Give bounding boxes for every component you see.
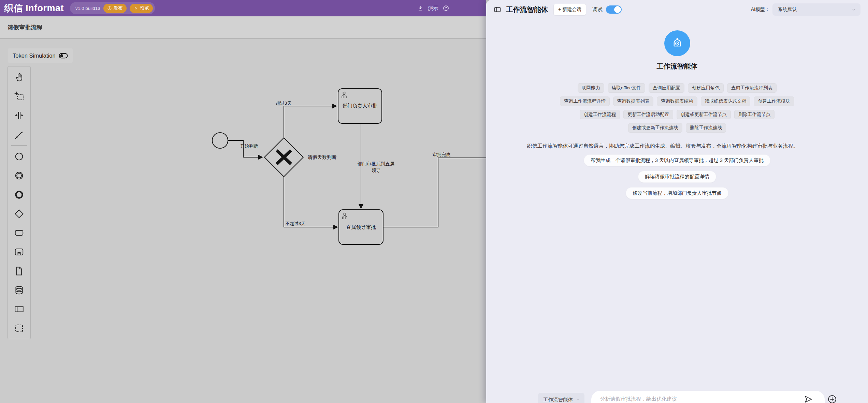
- flow-done[interactable]: [383, 158, 486, 227]
- edge-label-done[interactable]: 审批完成: [433, 152, 450, 158]
- edge-label-over3[interactable]: 超过3天: [276, 100, 291, 106]
- top-bar: 织信 Informat v1.0 build13 发布 预览 演示: [0, 0, 486, 16]
- task-label-dept-manager[interactable]: 部门负责人审批: [338, 103, 382, 109]
- capability-tag: 创建或更新工作流连线: [628, 123, 682, 133]
- panel-title: 工作流智能体: [506, 5, 548, 14]
- app-window: 织信 Informat v1.0 build13 发布 预览 演示 请假审批流程…: [0, 0, 868, 403]
- capability-tag: 读取织信表达式文档: [701, 96, 751, 106]
- edge-label-after-dept[interactable]: 部门审批后到直属领导: [357, 161, 395, 174]
- capability-tag: 删除工作流节点: [734, 110, 775, 119]
- tag-row: 查询工作流流程详情查询数据表列表查询数据表结构读取织信表达式文档创建工作流模块: [560, 96, 794, 106]
- suggestion-chip[interactable]: 解读请假审批流程的配置详情: [638, 171, 716, 183]
- preview-label: 预览: [140, 5, 149, 11]
- capability-tag: 创建工作流流程: [580, 110, 620, 119]
- capability-tag: 删除工作流连线: [686, 123, 726, 133]
- capability-tag: 创建工作流模块: [754, 96, 794, 106]
- version-label: v1.0 build13: [75, 6, 100, 11]
- start-event[interactable]: [212, 133, 228, 148]
- model-select-value: 系统默认: [778, 6, 851, 13]
- publish-icon: [107, 6, 112, 11]
- capability-tag: 查询数据表列表: [613, 96, 654, 106]
- gateway-label[interactable]: 请假天数判断: [308, 154, 336, 161]
- user-task-icon: [343, 213, 347, 219]
- document-title: 请假审批流程: [8, 24, 42, 31]
- agent-title: 工作流智能体: [657, 61, 698, 71]
- new-session-button[interactable]: + 新建会话: [553, 4, 586, 15]
- process-diagram[interactable]: [0, 39, 486, 403]
- flow-over3[interactable]: [284, 106, 332, 138]
- brand-logo: 织信 Informat: [4, 2, 64, 14]
- model-select[interactable]: 系统默认: [772, 3, 860, 16]
- export-icon[interactable]: [417, 5, 424, 12]
- agent-description: 织信工作流智能体可通过自然语言，协助您完成工作流的生成、编辑、校验与发布，全流程…: [527, 141, 827, 150]
- debug-label: 调试: [592, 6, 603, 13]
- demo-cluster: 演示: [417, 0, 449, 16]
- suggestion-list: 帮我生成一个请假审批流程，3 天以内直属领导审批，超过 3 天部门负责人审批解读…: [584, 154, 770, 199]
- panel-collapse-icon: [494, 6, 501, 13]
- panel-body: 工作流智能体 联网能力读取office文件查询应用配置创建应用角色查询工作流流程…: [486, 19, 868, 199]
- help-icon[interactable]: [443, 5, 449, 12]
- version-chip: v1.0 build13 发布 预览: [70, 2, 155, 14]
- chat-input[interactable]: [591, 391, 825, 403]
- capability-tag: 查询工作流流程列表: [727, 83, 777, 93]
- agent-select[interactable]: 工作流智能体: [538, 393, 584, 403]
- suggestion-chip[interactable]: 修改当前流程，增加部门负责人审批节点: [626, 187, 728, 199]
- publish-button[interactable]: 发布: [103, 4, 127, 13]
- tag-row: 创建工作流流程更新工作流启动配置创建或更新工作流节点删除工作流节点: [580, 110, 775, 119]
- send-button[interactable]: [804, 394, 813, 403]
- model-label: AI模型：: [751, 6, 770, 13]
- demo-label[interactable]: 演示: [428, 5, 438, 12]
- agent-avatar: [664, 30, 690, 56]
- play-icon: [133, 6, 138, 11]
- edge-label-under3[interactable]: 不超过3天: [285, 221, 305, 227]
- send-icon: [804, 394, 813, 403]
- publish-label: 发布: [114, 5, 123, 11]
- user-task-icon: [342, 92, 346, 98]
- agent-select-value: 工作流智能体: [543, 397, 573, 403]
- plus-circle-icon: [827, 394, 837, 403]
- capability-tag: 查询应用配置: [649, 83, 684, 93]
- chevron-down-icon: [851, 7, 856, 12]
- capability-tag: 查询工作流流程详情: [560, 96, 610, 106]
- edge-label-start[interactable]: 开始判断: [240, 143, 258, 149]
- toggle-knob: [614, 6, 621, 13]
- debug-toggle[interactable]: [606, 5, 622, 14]
- chevron-down-icon: [576, 397, 580, 402]
- attach-button[interactable]: [827, 394, 837, 403]
- capability-tag: 更新工作流启动配置: [623, 110, 673, 119]
- preview-button[interactable]: 预览: [130, 4, 153, 13]
- document-title-bar: 请假审批流程: [0, 16, 486, 39]
- capability-tag: 联网能力: [578, 83, 604, 93]
- suggestion-chip[interactable]: 帮我生成一个请假审批流程，3 天以内直属领导审批，超过 3 天部门负责人审批: [584, 154, 770, 166]
- task-label-direct-leader[interactable]: 直属领导审批: [339, 224, 383, 230]
- robot-icon: [670, 36, 685, 51]
- capability-tag: 读取office文件: [608, 83, 645, 93]
- capability-tag: 创建应用角色: [688, 83, 724, 93]
- capability-tag: 查询数据表结构: [657, 96, 697, 106]
- panel-header: 工作流智能体 + 新建会话 调试 AI模型： 系统默认: [486, 0, 868, 19]
- panel-collapse-button[interactable]: [494, 6, 501, 13]
- capability-tag: 创建或更新工作流节点: [677, 110, 731, 119]
- capability-tags: 联网能力读取office文件查询应用配置创建应用角色查询工作流流程列表查询工作流…: [560, 83, 794, 133]
- tag-row: 创建或更新工作流连线删除工作流连线: [628, 123, 726, 133]
- tag-row: 联网能力读取office文件查询应用配置创建应用角色查询工作流流程列表: [578, 83, 777, 93]
- ai-assistant-panel: 工作流智能体 + 新建会话 调试 AI模型： 系统默认 工作流智能体 联网能: [486, 0, 868, 403]
- bpmn-canvas[interactable]: Token Simulation: [0, 39, 486, 403]
- composer: 工作流智能体: [486, 391, 868, 403]
- flow-under3[interactable]: [284, 177, 333, 227]
